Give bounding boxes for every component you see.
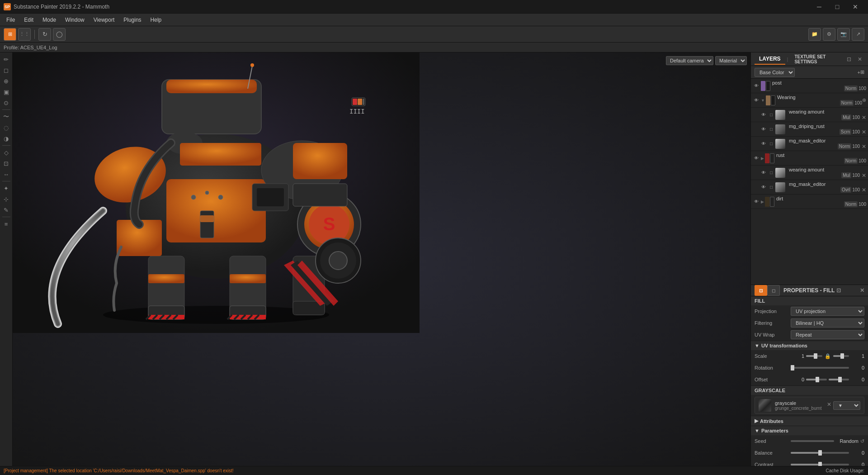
layers-close-btn[interactable]: ✕ (855, 55, 864, 64)
layer-mg-mask-1[interactable]: 👁 □ mg_mask_editor Norm 100 ✕ (751, 137, 868, 151)
toolbar-rotate-btn[interactable]: ↻ (38, 28, 51, 41)
layer-dirt-fold[interactable]: ▶ (761, 200, 764, 204)
layer-mgm1-remove[interactable]: ✕ (862, 143, 866, 150)
menu-help[interactable]: Help (146, 15, 166, 25)
layer-dirt-visibility[interactable]: 👁 (753, 198, 760, 205)
tool-layers-small[interactable]: ≡ (1, 219, 11, 229)
tool-blur[interactable]: ◌ (1, 123, 11, 133)
layer-mgm1-visibility[interactable]: 👁 (760, 140, 767, 147)
prop-balance-slider[interactable] (791, 452, 849, 454)
toolbar-camera-btn[interactable]: 📷 (837, 28, 850, 41)
layer-wearing-fold[interactable]: ▼ (761, 98, 765, 103)
tool-project[interactable]: ⊕ (1, 76, 11, 86)
layer-wearing-info: Wearing Norm 100 (777, 95, 862, 106)
layer-wearing-add-effect[interactable]: ⊕ (862, 97, 866, 103)
prop-filtering-select[interactable]: Bilinear | HQ (791, 318, 864, 328)
layer-settings-btn[interactable]: ⊞ (860, 69, 864, 75)
tab-layers[interactable]: LAYERS (755, 54, 785, 65)
prop-tab-fill[interactable]: ⊡ (755, 285, 767, 296)
prop-offset-slider1[interactable] (806, 379, 827, 380)
tool-annotation[interactable]: ✎ (1, 205, 11, 215)
layer-rust-mg-mask[interactable]: 👁 □ mg_mask_editor Ovrl 100 ✕ (751, 180, 868, 195)
tool-dodge[interactable]: ◑ (1, 133, 11, 143)
layer-mg-driping[interactable]: 👁 □ mg_driping_rust Scrn 100 ✕ (751, 122, 868, 137)
layer-rust[interactable]: 👁 ▶ rust Norm 100 (751, 151, 868, 166)
layer-rust-visibility[interactable]: 👁 (753, 155, 760, 162)
layer-wa1-visibility[interactable]: 👁 (760, 111, 767, 119)
menu-window[interactable]: Window (61, 15, 89, 25)
layer-post-visibility[interactable]: 👁 (753, 82, 760, 90)
tool-select[interactable]: ⊡ (1, 158, 11, 168)
tool-picker[interactable]: ✦ (1, 183, 11, 193)
tool-erase[interactable]: ◻ (1, 65, 11, 75)
toolbar-export-btn[interactable]: 📁 (808, 28, 821, 41)
channel-select[interactable]: Base Color (755, 68, 795, 77)
grayscale-select[interactable]: ▼ (833, 401, 860, 410)
properties-close[interactable]: ✕ (860, 287, 864, 294)
layer-wa1-remove[interactable]: ✕ (862, 114, 866, 121)
prop-projection-select[interactable]: UV projection (791, 307, 864, 316)
close-button[interactable]: ✕ (846, 0, 864, 14)
tool-smudge[interactable]: 〜 (1, 112, 11, 122)
toolbar-share-btn[interactable]: ↗ (852, 28, 864, 41)
prop-scale-slider2[interactable] (833, 355, 849, 357)
uv-section-header[interactable]: ▼ UV transformations (751, 341, 868, 350)
prop-uvwrap-select[interactable]: Repeat (791, 330, 864, 339)
maximize-button[interactable]: □ (828, 0, 846, 14)
prop-rotation-handle[interactable] (791, 365, 794, 370)
layer-rmgm-visibility[interactable]: 👁 (760, 184, 767, 191)
menu-edit[interactable]: Edit (19, 15, 38, 25)
mode-select[interactable]: Material (715, 56, 747, 65)
layer-rust-fold[interactable]: ▶ (761, 156, 764, 161)
prop-tab-other[interactable]: ◻ (767, 285, 780, 296)
grayscale-section-header[interactable]: GRAYSCALE (751, 386, 868, 395)
scale-lock-btn[interactable]: 🔒 (824, 353, 831, 359)
layer-rwa-remove[interactable]: ✕ (862, 172, 866, 179)
layer-mgd-visibility[interactable]: 👁 (760, 126, 767, 133)
properties-pop[interactable]: ⊡ (836, 287, 841, 294)
toolbar-layout-btn[interactable]: ⋮⋮ (18, 28, 31, 41)
layer-wearing[interactable]: 👁 ▼ Wearing Norm 100 (751, 93, 868, 108)
parameters-header[interactable]: ▼ Parameters (751, 426, 868, 435)
layer-mgd-remove[interactable]: ✕ (862, 129, 866, 135)
prop-offset1-handle[interactable] (816, 377, 819, 382)
menu-plugins[interactable]: Plugins (119, 15, 146, 25)
prop-balance-handle[interactable] (818, 450, 822, 456)
layer-post[interactable]: 👁 post Norm 100 (751, 79, 868, 93)
seed-random-btn[interactable]: ↺ (860, 438, 864, 444)
menu-mode[interactable]: Mode (38, 15, 61, 25)
prop-scale2-handle[interactable] (840, 353, 844, 359)
layer-dirt[interactable]: 👁 ▶ dirt Norm 100 (751, 195, 868, 209)
menu-file[interactable]: File (2, 15, 19, 25)
tab-texture-set[interactable]: TEXTURE SET SETTINGS (790, 52, 844, 66)
prop-scale-handle[interactable] (814, 353, 817, 359)
prop-rotation-slider[interactable] (791, 367, 849, 369)
tool-paint[interactable]: ✏ (1, 54, 11, 64)
layer-rust-wearing-amount[interactable]: 👁 □ wearing amount Mul 100 ✕ (751, 166, 868, 180)
fill-section-header[interactable]: FILL (751, 296, 868, 305)
camera-select[interactable]: Default camera (666, 56, 713, 65)
toolbar-grid-btn[interactable]: ⊞ (4, 28, 16, 41)
toolbar-settings-btn[interactable]: ⚙ (823, 28, 835, 41)
grayscale-remove[interactable]: ✕ (827, 401, 831, 410)
prop-scale-slider[interactable] (806, 355, 822, 357)
layer-rwa-visibility[interactable]: 👁 (760, 169, 767, 176)
tool-polygon-fill[interactable]: ◇ (1, 147, 11, 157)
tool-fill[interactable]: ▣ (1, 87, 11, 97)
prop-seed-slider[interactable] (791, 440, 834, 442)
layer-wearing-amount-1[interactable]: 👁 □ wearing amount Mul 100 ✕ (751, 108, 868, 122)
prop-contrast-slider[interactable] (791, 464, 849, 466)
minimize-button[interactable]: ─ (810, 0, 828, 14)
layer-wearing-visibility[interactable]: 👁 (753, 97, 760, 104)
layers-pop-btn[interactable]: ⊡ (844, 55, 854, 64)
menu-viewport[interactable]: Viewport (89, 15, 119, 25)
prop-offset2-handle[interactable] (838, 377, 842, 382)
layer-rmgm-remove[interactable]: ✕ (862, 187, 866, 193)
tool-transform[interactable]: ↔ (1, 169, 11, 179)
toolbar-circle-btn[interactable]: ◯ (53, 28, 66, 41)
tool-clone[interactable]: ⊙ (1, 98, 11, 108)
viewport-canvas[interactable]: S (13, 52, 750, 475)
attributes-header[interactable]: ▶ Attributes (751, 416, 868, 426)
prop-offset-slider2[interactable] (829, 379, 849, 380)
tool-measure[interactable]: ⊹ (1, 194, 11, 204)
